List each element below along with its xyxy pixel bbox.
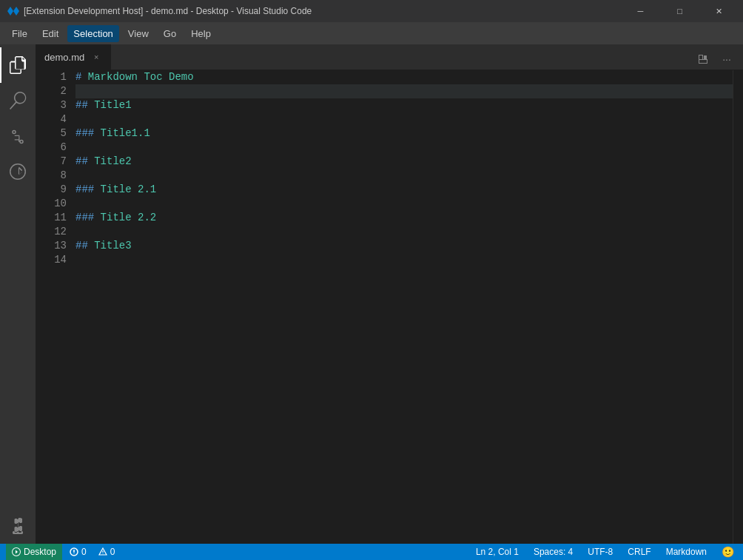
indentation[interactable]: Spaces: 4: [531, 547, 576, 557]
extensions-activity-icon[interactable]: [0, 508, 36, 544]
menu-edit[interactable]: Edit: [36, 25, 64, 42]
more-actions-button[interactable]: ···: [716, 49, 737, 70]
search-activity-icon[interactable]: [0, 83, 36, 118]
tab-bar: demo.md × ···: [36, 44, 743, 70]
code-line-12: [75, 225, 733, 239]
tab-filename: demo.md: [44, 52, 84, 63]
error-count: 0: [81, 547, 87, 557]
title-bar: [Extension Development Host] - demo.md -…: [0, 0, 743, 22]
minimap: [733, 70, 743, 544]
code-line-13: ## Title3: [75, 239, 733, 253]
main-layout: demo.md × ··· 1 2 3 4 5: [0, 44, 743, 544]
feedback-button[interactable]: 🙂: [719, 546, 737, 558]
language-mode[interactable]: Markdown: [663, 547, 710, 557]
status-right: Ln 2, Col 1 Spaces: 4 UTF-8 CRLF Markdow…: [473, 546, 737, 558]
encoding[interactable]: UTF-8: [585, 547, 616, 557]
maximize-button[interactable]: □: [663, 0, 696, 22]
window-controls: ─ □ ✕: [624, 0, 736, 22]
editor-area: demo.md × ··· 1 2 3 4 5: [36, 44, 743, 544]
status-warnings[interactable]: 0: [95, 547, 118, 557]
editor-tab[interactable]: demo.md ×: [36, 44, 112, 70]
close-button[interactable]: ✕: [702, 0, 736, 22]
editor-content[interactable]: 1 2 3 4 5 6 7 8 9 10 11 12 13 14 # Markd…: [36, 70, 743, 544]
code-line-9: ### Title 2.1: [75, 183, 733, 197]
line-ending[interactable]: CRLF: [625, 547, 653, 557]
code-line-14: [75, 253, 733, 267]
explorer-activity-icon[interactable]: [0, 47, 36, 83]
remote-indicator[interactable]: Desktop: [6, 544, 62, 560]
code-line-8: [75, 169, 733, 183]
minimize-button[interactable]: ─: [624, 0, 657, 22]
debug-activity-icon[interactable]: [0, 154, 36, 189]
code-line-10: [75, 197, 733, 211]
menu-selection[interactable]: Selection: [67, 25, 118, 42]
cursor-position[interactable]: Ln 2, Col 1: [473, 547, 522, 557]
code-editor[interactable]: # Markdown Toc Demo ## Title1 ### Title1…: [73, 70, 733, 544]
code-line-3: ## Title1: [75, 98, 733, 112]
editor-tab-actions: ···: [693, 49, 743, 70]
menu-go[interactable]: Go: [158, 25, 182, 42]
source-control-activity-icon[interactable]: [0, 118, 36, 154]
menu-help[interactable]: Help: [185, 25, 217, 42]
menu-view[interactable]: View: [122, 25, 155, 42]
code-line-11: ### Title 2.2: [75, 211, 733, 225]
line-numbers: 1 2 3 4 5 6 7 8 9 10 11 12 13 14: [36, 70, 73, 544]
split-editor-button[interactable]: [693, 49, 713, 70]
status-left: 0 0: [67, 547, 118, 557]
app-icon: [7, 5, 19, 17]
code-line-1: # Markdown Toc Demo: [75, 70, 733, 84]
code-line-2: [75, 84, 733, 98]
status-errors[interactable]: 0: [67, 547, 90, 557]
code-line-5: ### Title1.1: [75, 126, 733, 141]
code-line-7: ## Title2: [75, 155, 733, 169]
activity-bar: [0, 44, 36, 544]
menu-bar: File Edit Selection View Go Help: [0, 22, 743, 44]
menu-file[interactable]: File: [6, 25, 33, 42]
title-bar-text: [Extension Development Host] - demo.md -…: [24, 6, 624, 16]
code-line-6: [75, 141, 733, 155]
code-line-4: [75, 112, 733, 126]
warning-count: 0: [110, 547, 115, 557]
status-bar: Desktop 0 0 Ln 2, Col 1 Spaces: 4 UTF-8 …: [0, 544, 743, 560]
tab-close-button[interactable]: ×: [90, 51, 102, 63]
